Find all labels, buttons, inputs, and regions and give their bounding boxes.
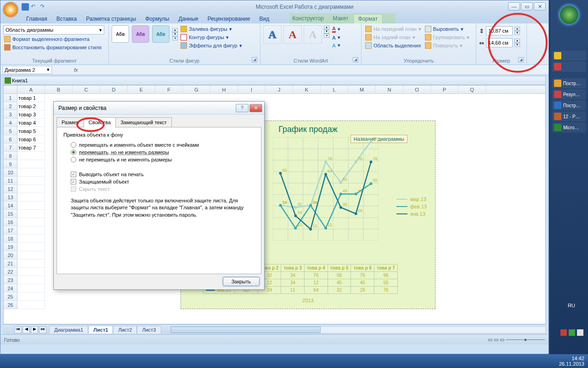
row-header[interactable]: 7 [4,144,17,152]
cell[interactable] [17,193,45,201]
wa-more[interactable]: ▾ [324,34,329,38]
column-header[interactable]: E [128,86,155,93]
cell[interactable]: товар 4 [17,119,45,127]
save-icon[interactable] [22,3,29,11]
tab-insert[interactable]: Вставка [52,14,82,23]
dialog-launcher-icon[interactable]: ◢ [252,57,257,63]
cell[interactable] [17,226,45,235]
row-header[interactable]: 22 [4,268,17,276]
taskbar-item[interactable]: 12 - P… [552,111,586,121]
cell[interactable] [17,284,45,293]
column-header[interactable]: B [45,86,73,93]
language-indicator[interactable]: RU [568,303,575,308]
cell[interactable] [17,168,45,177]
column-header[interactable]: A [17,86,45,93]
sheet-tab[interactable]: Лист1 [88,326,113,334]
height-down[interactable]: ▼ [514,31,520,35]
shape-effects-button[interactable]: Эффекты для фигур ▾ [180,42,243,49]
row-header[interactable]: 12 [4,185,17,193]
sheet-tab[interactable]: Лист2 [113,326,137,334]
row-header[interactable]: 10 [4,168,17,177]
cell[interactable] [17,259,45,268]
style-gallery-down[interactable]: ▼ [172,32,178,36]
dialog-tab-alttext[interactable]: Замещающий текст [115,117,172,127]
sheet-nav-prev[interactable]: ◀ [23,326,30,334]
tab-home[interactable]: Главная [22,14,52,23]
tray-icon[interactable] [560,329,567,336]
sheet-nav-first[interactable]: ⏮ [14,326,22,334]
cell[interactable]: товар 5 [17,127,45,135]
select-all-corner[interactable] [4,86,17,93]
dialog-launcher-icon[interactable]: ◢ [353,57,358,63]
radio-no-move[interactable]: не перемещать и не изменять размеры [71,157,254,162]
column-header[interactable]: N [376,86,403,93]
wordart-style-2[interactable]: A [283,25,302,44]
office-button[interactable] [2,1,19,18]
width-input[interactable] [486,38,513,47]
text-outline-button[interactable]: A ▾ [331,34,341,41]
height-input[interactable] [486,26,513,35]
row-header[interactable]: 6 [4,135,17,144]
dialog-tab-size[interactable]: Размер [57,117,84,127]
row-header[interactable]: 26 [4,301,17,309]
column-header[interactable]: M [348,86,376,93]
cell[interactable]: товар 3 [17,110,45,119]
tab-review[interactable]: Рецензирование [203,14,255,23]
text-effects-button[interactable]: A ▾ [331,42,341,49]
dialog-help-button[interactable]: ? [236,104,249,112]
check-print[interactable]: Выводить объект на печать [71,172,254,177]
sheet-nav-last[interactable]: ⏭ [39,326,46,334]
cell[interactable]: товар 7 [17,144,45,152]
dialog-tab-properties[interactable]: Свойства [84,117,116,127]
cell[interactable]: товар 1 [17,94,45,102]
cell[interactable]: товар 6 [17,135,45,144]
undo-icon[interactable]: ↶ [31,3,38,11]
dialog-close-button[interactable]: ✕ [249,104,262,112]
row-header[interactable]: 11 [4,177,17,185]
fx-icon[interactable]: fx [74,67,78,73]
sheet-tab[interactable]: Лист3 [137,326,161,334]
column-header[interactable]: H [210,86,238,93]
tab-view[interactable]: Вид [254,14,274,23]
check-protect[interactable]: Защищаемый объект [71,179,254,184]
shape-fill-button[interactable]: Заливка фигуры ▾ [180,25,243,33]
shape-style-3[interactable]: Абв [152,25,170,43]
column-header[interactable]: L [321,86,348,93]
row-header[interactable]: 1 [4,94,17,102]
chart-element-selector[interactable]: Область диаграммы▾ [3,25,104,34]
cell[interactable] [17,152,45,160]
taskbar-item[interactable]: Резул… [552,89,586,99]
column-header[interactable]: G [183,86,210,93]
start-button[interactable] [559,5,579,25]
format-selection-button[interactable]: Формат выделенного фрагмента [3,35,106,43]
taskbar-item[interactable] [552,62,586,72]
column-header[interactable]: K [293,86,321,93]
redo-icon[interactable]: ↷ [40,3,47,11]
shape-style-1[interactable]: Абв [112,25,129,43]
wa-up[interactable]: ▲ [324,25,329,29]
row-header[interactable]: 4 [4,119,17,127]
tray-icon[interactable] [569,329,575,336]
cell[interactable] [17,243,45,251]
column-header[interactable]: O [403,86,431,93]
row-header[interactable]: 17 [4,226,17,235]
row-header[interactable]: 14 [4,201,17,210]
reset-style-button[interactable]: Восстановить форматирование стиля [3,44,106,51]
row-header[interactable]: 3 [4,110,17,119]
row-header[interactable]: 23 [4,276,17,284]
cell[interactable] [17,201,45,210]
maximize-button[interactable]: ▭ [521,2,533,11]
cell[interactable] [17,268,45,276]
row-header[interactable]: 9 [4,160,17,168]
sheet-nav-next[interactable]: ▶ [31,326,38,334]
style-gallery-up[interactable]: ▲ [172,28,178,32]
column-header[interactable]: I [238,86,266,93]
radio-move-only[interactable]: перемещать, но не изменять размеры [71,150,254,155]
wa-down[interactable]: ▼ [324,29,329,34]
row-header[interactable]: 16 [4,218,17,226]
taskbar-item[interactable]: Постр… [552,100,586,110]
tray-icon[interactable] [577,329,583,336]
row-header[interactable]: 13 [4,193,17,201]
legend-item[interactable]: фев.13 [396,204,427,209]
taskbar-item[interactable] [552,51,586,61]
